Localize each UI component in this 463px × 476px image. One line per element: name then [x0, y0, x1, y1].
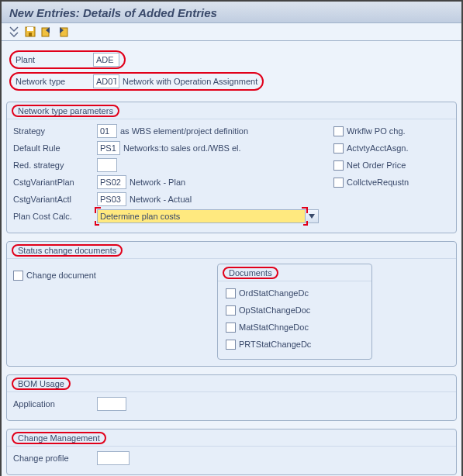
- plant-highlight: Plant: [9, 50, 126, 69]
- plan-cost-calc-field[interactable]: [97, 209, 306, 223]
- actvty-checkbox[interactable]: [333, 143, 344, 153]
- op-stat-checkbox[interactable]: [226, 305, 236, 316]
- group-title-bom: BOM Usage: [12, 378, 71, 390]
- group-change-mgmt: Change Management Change profile: [6, 429, 457, 475]
- plan-cost-calc-select[interactable]: [97, 209, 319, 223]
- plant-label: Plant: [16, 55, 93, 64]
- cstg-var-actl-field[interactable]: [97, 192, 126, 206]
- netorder-checkbox[interactable]: [333, 160, 344, 171]
- prt-stat-checkbox[interactable]: [226, 340, 236, 350]
- default-rule-field[interactable]: [97, 141, 120, 155]
- application-field[interactable]: [97, 397, 126, 411]
- svg-rect-2: [29, 33, 32, 36]
- actvty-label: ActvtyAcctAsgn.: [347, 143, 408, 153]
- plant-field[interactable]: [93, 53, 119, 67]
- application-label: Application: [13, 399, 97, 409]
- body-area: Plant Network type Network with Operatio…: [2, 41, 461, 476]
- strategy-desc: as WBS element/project definition: [120, 126, 248, 136]
- cstg-var-plan-desc: Network - Plan: [130, 178, 185, 187]
- docs-title: Documents: [223, 267, 278, 279]
- mat-stat-checkbox[interactable]: [226, 323, 236, 333]
- op-stat-label: OpStatChangeDoc: [239, 305, 310, 315]
- default-rule-label: Default Rule: [13, 143, 97, 153]
- header-fields: Plant Network type Network with Operatio…: [6, 47, 457, 102]
- mat-stat-label: MatStatChngeDoc: [239, 323, 309, 332]
- inner-group-documents: Documents OrdStatChangeDc OpStatChangeDo…: [217, 264, 372, 360]
- network-type-field[interactable]: [93, 74, 119, 88]
- change-doc-checkbox[interactable]: [13, 271, 23, 281]
- wrkflw-checkbox[interactable]: [333, 126, 344, 136]
- netorder-label: Net Order Price: [347, 160, 406, 170]
- group-title-status: Status change documents: [12, 244, 123, 257]
- group-bom: BOM Usage Application: [6, 374, 457, 421]
- strategy-field[interactable]: [97, 124, 117, 138]
- toolbar: [2, 23, 461, 41]
- change-doc-label: Change document: [26, 271, 96, 280]
- cstg-var-plan-label: CstgVariantPlan: [13, 178, 97, 187]
- network-type-desc: Network with Operation Assignment: [123, 77, 257, 86]
- collctv-label: CollctveRequstn: [347, 178, 409, 187]
- default-rule-desc: Networks:to sales ord./WBS el.: [123, 143, 241, 153]
- prt-stat-label: PRTStatChangeDc: [239, 340, 311, 349]
- group-network-params: Network type parameters Strategy as WBS …: [6, 102, 457, 233]
- group-title-change: Change Management: [12, 432, 106, 444]
- strategy-label: Strategy: [13, 126, 97, 136]
- svg-rect-1: [27, 27, 33, 31]
- cstg-var-actl-desc: Network - Actual: [130, 195, 192, 204]
- ord-stat-label: OrdStatChangeDc: [239, 288, 309, 298]
- red-strategy-field[interactable]: [97, 158, 117, 172]
- network-type-label: Network type: [16, 77, 93, 86]
- group-status-docs: Status change documents Change document …: [6, 241, 457, 367]
- sap-window: New Entries: Details of Added Entries Pl…: [0, 0, 463, 476]
- page-title: New Entries: Details of Added Entries: [9, 6, 454, 19]
- change-profile-field[interactable]: [97, 451, 130, 465]
- group-title-network-params: Network type parameters: [12, 105, 119, 117]
- cstg-var-actl-label: CstgVariantActl: [13, 195, 97, 204]
- cstg-var-plan-field[interactable]: [97, 175, 126, 189]
- red-strategy-label: Red. strategy: [13, 160, 97, 170]
- prev-entry-icon[interactable]: [40, 26, 53, 38]
- network-type-highlight: Network type Network with Operation Assi…: [9, 72, 264, 91]
- next-entry-icon[interactable]: [57, 26, 69, 38]
- save-icon[interactable]: [24, 26, 36, 38]
- collctv-checkbox[interactable]: [333, 178, 344, 188]
- change-profile-label: Change profile: [13, 454, 97, 463]
- titlebar: New Entries: Details of Added Entries: [2, 2, 461, 23]
- wrkflw-label: Wrkflw PO chg.: [347, 126, 406, 136]
- ord-stat-checkbox[interactable]: [226, 288, 236, 298]
- expand-all-icon[interactable]: [8, 26, 20, 38]
- plan-cost-calc-label: Plan Cost Calc.: [13, 212, 97, 221]
